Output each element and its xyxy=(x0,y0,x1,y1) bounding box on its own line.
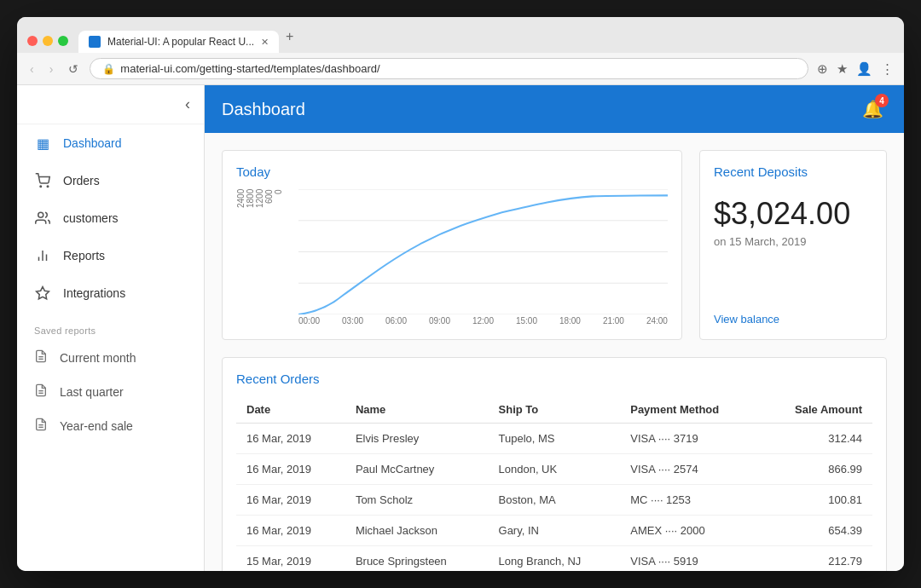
sidebar-item-label-dashboard: Dashboard xyxy=(63,136,122,150)
extensions-icon[interactable]: ⊕ xyxy=(815,60,830,78)
row5-name: Bruce Springsteen xyxy=(345,546,489,572)
forward-button[interactable]: › xyxy=(45,61,58,78)
row4-amount: 654.39 xyxy=(760,516,872,546)
saved-item-current-month[interactable]: Current month xyxy=(17,341,204,375)
table-row: 16 Mar, 2019 Elvis Presley Tupelo, MS VI… xyxy=(236,424,872,454)
saved-item-year-end-sale[interactable]: Year-end sale xyxy=(17,409,204,443)
traffic-lights xyxy=(27,36,68,53)
row3-name: Tom Scholz xyxy=(345,485,489,516)
url-text: material-ui.com/getting-started/template… xyxy=(120,62,379,75)
row1-amount: 312.44 xyxy=(760,424,872,454)
saved-reports-label: Saved reports xyxy=(17,312,204,341)
saved-item-label-current-month: Current month xyxy=(60,351,136,365)
x-label-2100: 21:00 xyxy=(603,316,624,326)
app-layout: ‹ ▦ Dashboard Orders customers xyxy=(17,85,904,571)
profile-icon[interactable]: 👤 xyxy=(854,60,874,78)
chart-card: Today 2400 1800 1200 600 0 xyxy=(222,150,682,340)
deposits-card: Recent Deposits $3,024.00 on 15 March, 2… xyxy=(699,150,887,340)
row2-name: Paul McCartney xyxy=(345,454,489,485)
saved-report-icon-3 xyxy=(34,418,48,435)
svg-point-2 xyxy=(38,212,43,217)
browser-chrome: Material-UI: A popular React U... ✕ + xyxy=(17,17,904,53)
row3-ship: Boston, MA xyxy=(489,485,621,516)
row2-payment: VISA ···· 2574 xyxy=(620,454,760,485)
bookmark-icon[interactable]: ★ xyxy=(835,60,849,78)
refresh-button[interactable]: ↺ xyxy=(64,61,83,78)
sidebar-item-reports[interactable]: Reports xyxy=(17,237,204,274)
new-tab-button[interactable]: + xyxy=(279,24,300,53)
saved-item-last-quarter[interactable]: Last quarter xyxy=(17,375,204,409)
active-tab[interactable]: Material-UI: A popular React U... ✕ xyxy=(78,31,279,53)
sidebar-item-customers[interactable]: customers xyxy=(17,199,204,237)
minimize-traffic-light[interactable] xyxy=(43,36,53,46)
dashboard-icon: ▦ xyxy=(34,135,51,152)
orders-table-body: 16 Mar, 2019 Elvis Presley Tupelo, MS VI… xyxy=(236,424,872,572)
row1-date: 16 Mar, 2019 xyxy=(236,424,345,454)
chart-title: Today xyxy=(236,164,668,179)
row5-ship: Long Branch, NJ xyxy=(489,546,621,572)
row1-payment: VISA ···· 3719 xyxy=(620,424,760,454)
x-label-1500: 15:00 xyxy=(516,316,537,326)
back-button[interactable]: ‹ xyxy=(26,61,38,78)
orders-icon xyxy=(34,172,51,189)
y-label-600: 600 xyxy=(264,189,274,326)
table-row: 16 Mar, 2019 Michael Jackson Gary, IN AM… xyxy=(236,516,872,546)
orders-table: Date Name Ship To Payment Method Sale Am… xyxy=(236,396,872,571)
content-area: Today 2400 1800 1200 600 0 xyxy=(205,133,904,571)
saved-item-label-last-quarter: Last quarter xyxy=(60,385,124,399)
url-bar[interactable]: 🔒 material-ui.com/getting-started/templa… xyxy=(90,58,808,79)
sidebar-nav: ▦ Dashboard Orders customers xyxy=(17,124,204,312)
menu-icon[interactable]: ⋮ xyxy=(879,60,895,78)
saved-report-icon-2 xyxy=(34,383,48,401)
chart-svg xyxy=(298,189,668,314)
row4-name: Michael Jackson xyxy=(345,516,489,546)
saved-item-label-year-end-sale: Year-end sale xyxy=(60,419,133,433)
orders-table-header: Date Name Ship To Payment Method Sale Am… xyxy=(236,396,872,424)
x-label-1800: 18:00 xyxy=(559,316,581,326)
tab-favicon xyxy=(89,36,101,48)
y-label-1200: 1200 xyxy=(255,189,264,326)
chart-container: 2400 1800 1200 600 0 xyxy=(236,189,668,326)
x-label-0900: 09:00 xyxy=(429,316,450,326)
close-traffic-light[interactable] xyxy=(27,36,38,46)
maximize-traffic-light[interactable] xyxy=(58,36,68,46)
sidebar-item-dashboard[interactable]: ▦ Dashboard xyxy=(17,124,204,162)
sidebar-item-label-integrations: Integrations xyxy=(63,286,125,300)
deposit-date: on 15 March, 2019 xyxy=(714,235,872,248)
x-label-0300: 03:00 xyxy=(342,316,363,326)
table-row: 16 Mar, 2019 Tom Scholz Boston, MA MC ··… xyxy=(236,485,872,516)
sidebar-item-orders[interactable]: Orders xyxy=(17,162,204,199)
row4-date: 16 Mar, 2019 xyxy=(236,516,345,546)
x-label-1200: 12:00 xyxy=(472,316,494,326)
y-axis-spacer xyxy=(287,189,298,326)
notification-badge: 4 xyxy=(875,94,889,107)
lock-icon: 🔒 xyxy=(102,63,115,75)
x-label-2400: 24:00 xyxy=(646,316,668,326)
browser-toolbar: ‹ › ↺ 🔒 material-ui.com/getting-started/… xyxy=(17,53,904,85)
tab-bar: Material-UI: A popular React U... ✕ + xyxy=(27,24,894,53)
saved-report-icon-1 xyxy=(34,349,48,366)
row5-payment: VISA ···· 5919 xyxy=(620,546,760,572)
col-amount: Sale Amount xyxy=(760,396,872,424)
view-balance-link[interactable]: View balance xyxy=(714,299,872,326)
browser-window: Material-UI: A popular React U... ✕ + ‹ … xyxy=(17,17,904,571)
customers-icon xyxy=(34,210,51,227)
tab-title: Material-UI: A popular React U... xyxy=(107,36,254,48)
orders-title: Recent Orders xyxy=(236,372,872,386)
sidebar-item-label-reports: Reports xyxy=(63,249,105,262)
row3-payment: MC ···· 1253 xyxy=(620,485,760,516)
row4-payment: AMEX ···· 2000 xyxy=(620,516,760,546)
tab-close-button[interactable]: ✕ xyxy=(261,37,269,48)
notification-button[interactable]: 🔔 4 xyxy=(859,95,887,123)
col-name: Name xyxy=(345,396,489,424)
sidebar-toggle-button[interactable]: ‹ xyxy=(185,95,190,113)
x-label-0000: 00:00 xyxy=(298,316,320,326)
sidebar-item-label-orders: Orders xyxy=(63,174,100,187)
row5-date: 15 Mar, 2019 xyxy=(236,546,345,572)
app-bar: Dashboard 🔔 4 xyxy=(205,85,904,133)
col-payment: Payment Method xyxy=(620,396,760,424)
sidebar-item-integrations[interactable]: Integrations xyxy=(17,274,204,312)
top-row: Today 2400 1800 1200 600 0 xyxy=(222,150,887,340)
row2-ship: London, UK xyxy=(489,454,621,485)
col-date: Date xyxy=(236,396,345,424)
